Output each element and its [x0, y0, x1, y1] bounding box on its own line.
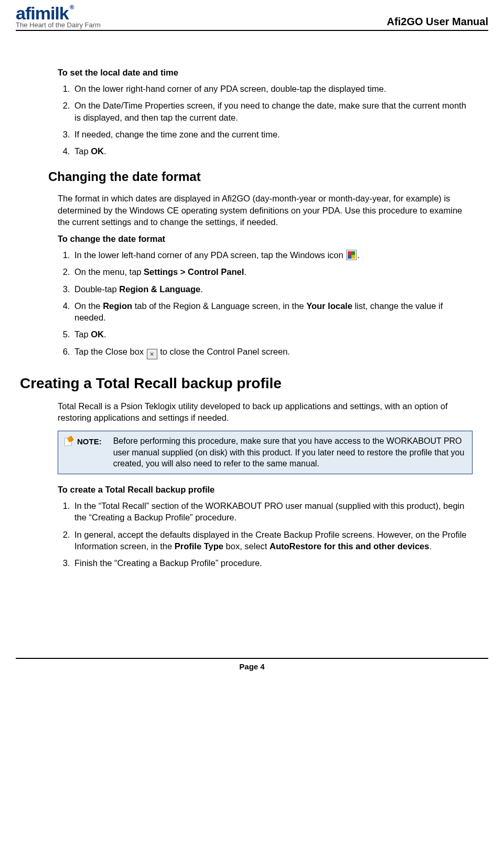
list-item: Finish the “Creating a Backup Profile” p… — [72, 557, 473, 569]
page: afimilk ® The Heart of the Dairy Farm Af… — [0, 0, 504, 678]
ok-label: OK — [91, 146, 104, 156]
steps-list: In the “Total Recall” section of the WOR… — [58, 500, 473, 569]
note-box: NOTE: Before performing this procedure, … — [58, 431, 473, 474]
procedure-title: To create a Total Recall backup profile — [58, 485, 473, 495]
list-item: In general, accept the defaults displaye… — [72, 529, 473, 552]
text: On the menu, tap — [74, 267, 144, 276]
list-item: On the Date/Time Properties screen, if y… — [72, 100, 473, 123]
list-item: In the lower left-hand corner of any PDA… — [72, 249, 473, 261]
procedure-title: To change the date format — [58, 234, 473, 244]
list-item: Double-tap Region & Language. — [72, 283, 473, 295]
logo-tagline: The Heart of the Dairy Farm — [16, 21, 101, 29]
tab-label: Region — [103, 301, 132, 311]
field-label: Your locale — [306, 301, 352, 311]
text: In the lower left-hand corner of any PDA… — [74, 250, 346, 260]
list-item: Tap the Close box × to close the Control… — [72, 346, 473, 359]
list-item: On the lower right-hand corner of any PD… — [72, 83, 473, 94]
list-item: In the “Total Recall” section of the WOR… — [72, 500, 473, 524]
list-item: Tap OK. — [72, 145, 473, 157]
page-header: afimilk ® The Heart of the Dairy Farm Af… — [16, 0, 488, 31]
steps-list: On the lower right-hand corner of any PD… — [58, 83, 473, 157]
control-label: Region & Language — [119, 284, 200, 294]
text: . — [104, 146, 106, 156]
note-icon — [63, 435, 75, 447]
paragraph: The format in which dates are displayed … — [58, 193, 473, 228]
text: Tap — [74, 146, 91, 156]
list-item: Tap OK. — [72, 328, 473, 340]
list-item: On the Region tab of the Region & Langua… — [72, 300, 473, 324]
text: . — [200, 284, 203, 294]
list-item: If needed, change the time zone and the … — [72, 129, 473, 140]
text: Tap the Close box — [74, 347, 146, 356]
note-text: Before performing this procedure, make s… — [113, 435, 467, 470]
text: . — [244, 267, 246, 276]
paragraph: Total Recall is a Psion Teklogix utility… — [58, 400, 473, 424]
menu-path: Settings > Control Panel — [144, 267, 244, 276]
text: Double-tap — [74, 284, 119, 294]
section-heading: Changing the date format — [48, 169, 473, 184]
field-label: Profile Type — [175, 541, 223, 551]
page-number: Page 4 — [239, 662, 264, 671]
text: box, select — [223, 541, 270, 551]
ok-label: OK — [91, 329, 104, 339]
text: On the — [74, 301, 103, 311]
steps-list: In the lower left-hand corner of any PDA… — [58, 249, 473, 359]
text: to close the Control Panel screen. — [158, 347, 290, 356]
section-heading: Creating a Total Recall backup profile — [20, 375, 473, 392]
note-header: NOTE: — [63, 435, 102, 470]
logo-block: afimilk ® The Heart of the Dairy Farm — [16, 4, 101, 29]
procedure-title: To set the local date and time — [58, 68, 473, 78]
manual-title: Afi2GO User Manual — [387, 16, 488, 28]
content: To set the local date and time On the lo… — [16, 31, 488, 569]
windows-icon — [346, 250, 357, 260]
text: Tap — [74, 329, 91, 339]
text: tab of the Region & Language screen, in … — [132, 301, 306, 311]
close-icon: × — [147, 349, 157, 359]
page-footer: Page 4 — [16, 658, 488, 678]
logo: afimilk ® — [16, 4, 74, 22]
option-label: AutoRestore for this and other devices — [270, 541, 429, 551]
logo-text: afimilk — [16, 4, 69, 22]
text: . — [104, 329, 106, 339]
text: . — [429, 541, 432, 551]
note-label: NOTE: — [77, 436, 102, 447]
registered-mark: ® — [70, 4, 74, 10]
list-item: On the menu, tap Settings > Control Pane… — [72, 266, 473, 278]
text: . — [357, 250, 360, 260]
